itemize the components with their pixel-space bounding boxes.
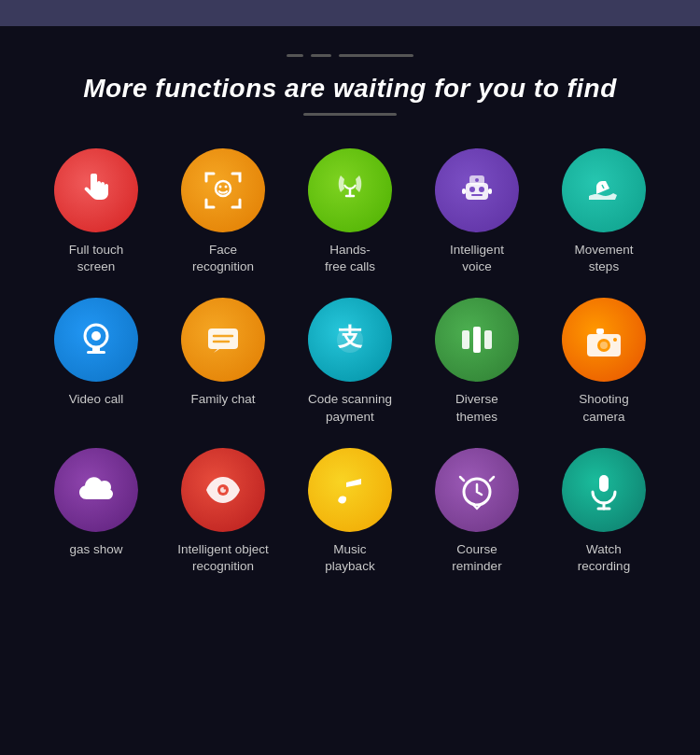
label-video-call: Video call [69, 391, 123, 408]
svg-point-2 [225, 186, 228, 189]
feature-family-chat: Family chat [167, 298, 279, 425]
label-intelligent-object-recognition: Intelligent objectrecognition [177, 541, 269, 575]
label-full-touch-screen: Full touchscreen [69, 242, 124, 275]
label-code-scanning-payment: Code scanningpayment [308, 391, 392, 425]
icon-shooting-camera [562, 298, 646, 382]
svg-rect-8 [462, 189, 466, 194]
feature-movement-steps: Movementsteps [548, 148, 660, 275]
features-grid: Full touchscreen Facerecognition [37, 148, 663, 575]
dec-line-2 [311, 54, 331, 57]
dec-line-3 [339, 54, 413, 57]
label-intelligent-voice: Intelligentvoice [450, 242, 504, 275]
svg-point-0 [216, 181, 231, 196]
label-watch-recording: Watchrecording [578, 541, 630, 575]
svg-point-1 [219, 186, 222, 189]
icon-watch-recording [562, 448, 646, 532]
icon-gas-show [54, 448, 138, 532]
label-hands-free-calls: Hands-free calls [325, 242, 375, 275]
icon-course-reminder [435, 448, 519, 532]
label-face-recognition: Facerecognition [192, 242, 254, 275]
svg-rect-3 [466, 183, 488, 200]
feature-gas-show: gas show [40, 448, 152, 575]
svg-rect-14 [208, 329, 238, 349]
icon-intelligent-object-recognition [181, 448, 265, 532]
feature-course-reminder: Coursereminder [421, 448, 533, 575]
svg-rect-9 [488, 189, 492, 194]
icon-family-chat [181, 298, 265, 382]
label-family-chat: Family chat [190, 391, 255, 408]
svg-point-7 [479, 187, 484, 192]
feature-diverse-themes: Diversethemes [421, 298, 533, 425]
page-title: More functions are waiting for you to fi… [37, 74, 663, 104]
svg-rect-13 [87, 351, 105, 354]
feature-face-recognition: Facerecognition [167, 148, 279, 275]
svg-rect-19 [473, 327, 481, 353]
feature-full-touch-screen: Full touchscreen [40, 148, 152, 275]
feature-hands-free-calls: Hands-free calls [294, 148, 406, 275]
label-movement-steps: Movementsteps [574, 242, 633, 275]
svg-rect-24 [596, 329, 604, 334]
svg-rect-20 [484, 330, 492, 349]
label-music-playback: Musicplayback [325, 541, 374, 575]
icon-music-playback [308, 448, 392, 532]
svg-rect-12 [92, 347, 100, 351]
feature-intelligent-object-recognition: Intelligent objectrecognition [167, 448, 279, 575]
decorative-lines-top [37, 54, 663, 57]
icon-full-touch-screen [54, 148, 138, 232]
feature-video-call: Video call [40, 298, 152, 425]
svg-point-6 [469, 187, 475, 192]
icon-face-recognition [181, 148, 265, 232]
dec-line-1 [287, 54, 303, 57]
label-gas-show: gas show [69, 541, 122, 558]
decorative-lines-bottom [37, 113, 663, 116]
dec-line-center [303, 113, 397, 116]
icon-diverse-themes [435, 298, 519, 382]
svg-rect-18 [462, 330, 469, 349]
feature-code-scanning-payment: 支 Code scanningpayment [294, 298, 406, 425]
svg-point-28 [224, 486, 227, 489]
feature-shooting-camera: Shootingcamera [548, 298, 660, 425]
top-bar [0, 0, 700, 26]
main-container: More functions are waiting for you to fi… [0, 26, 700, 612]
icon-intelligent-voice [435, 148, 519, 232]
feature-watch-recording: Watchrecording [548, 448, 660, 575]
icon-code-scanning-payment: 支 [308, 298, 392, 382]
svg-text:支: 支 [337, 323, 363, 351]
icon-movement-steps [562, 148, 646, 232]
svg-rect-30 [599, 475, 609, 492]
svg-point-5 [475, 178, 479, 182]
icon-video-call [54, 298, 138, 382]
svg-point-23 [600, 342, 608, 349]
label-course-reminder: Coursereminder [452, 541, 501, 575]
svg-point-11 [91, 331, 101, 341]
label-diverse-themes: Diversethemes [455, 391, 498, 425]
icon-hands-free-calls [308, 148, 392, 232]
feature-intelligent-voice: Intelligentvoice [421, 148, 533, 275]
svg-point-25 [613, 338, 617, 342]
label-shooting-camera: Shootingcamera [579, 391, 628, 425]
feature-music-playback: Musicplayback [294, 448, 406, 575]
